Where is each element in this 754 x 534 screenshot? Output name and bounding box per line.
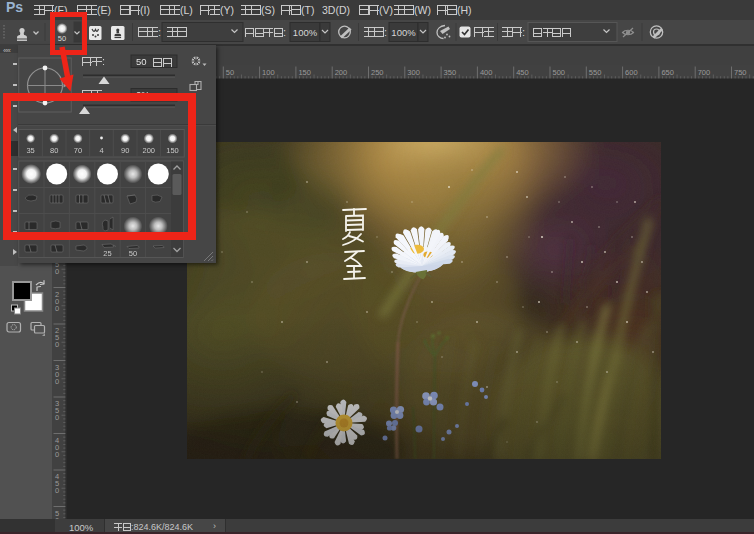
svg-text:750: 750: [734, 68, 747, 77]
svg-text:0: 0: [55, 340, 59, 349]
svg-text:600: 600: [625, 68, 638, 77]
svg-text:0: 0: [55, 304, 59, 313]
svg-text:150: 150: [298, 68, 311, 77]
svg-text:650: 650: [661, 68, 674, 77]
svg-text:0: 0: [55, 486, 59, 495]
svg-text:550: 550: [589, 68, 602, 77]
svg-text:50: 50: [226, 68, 234, 77]
svg-text:400: 400: [480, 68, 493, 77]
svg-text:300: 300: [407, 68, 420, 77]
svg-text:0: 0: [55, 267, 59, 276]
svg-text:250: 250: [371, 68, 384, 77]
svg-text:100%: 100%: [391, 27, 416, 38]
svg-text:25: 25: [103, 249, 111, 258]
svg-text:0: 0: [55, 377, 59, 386]
svg-text:50: 50: [136, 56, 147, 67]
svg-text:350: 350: [444, 68, 457, 77]
svg-text:500: 500: [553, 68, 566, 77]
svg-text:0: 0: [55, 413, 59, 422]
svg-text:450: 450: [516, 68, 529, 77]
svg-text:100%: 100%: [293, 27, 318, 38]
svg-text:700: 700: [698, 68, 711, 77]
svg-text:100: 100: [262, 68, 275, 77]
svg-text:50: 50: [129, 249, 137, 258]
svg-text:0: 0: [55, 450, 59, 459]
svg-text:200: 200: [335, 68, 348, 77]
